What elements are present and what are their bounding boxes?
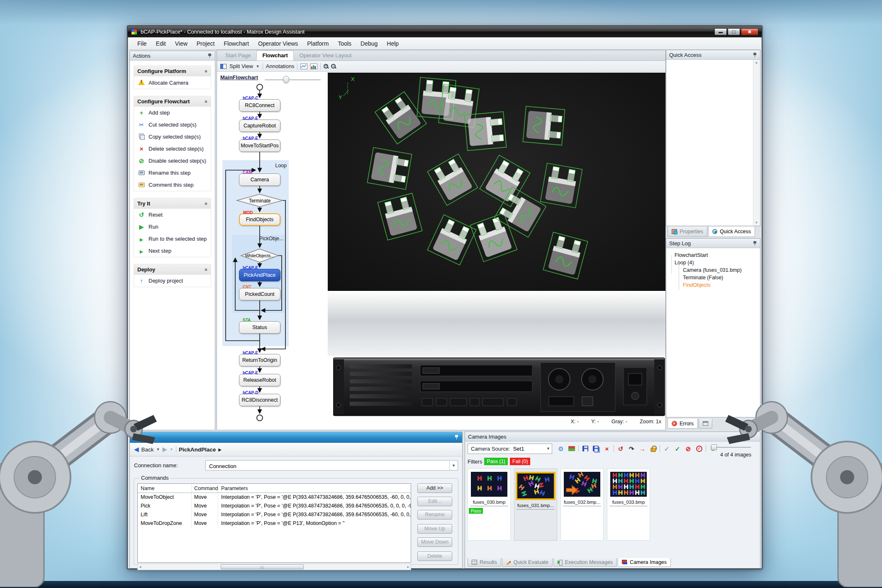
chevron-right-icon[interactable]: ▶ — [218, 447, 222, 452]
tab-quick-evaluate[interactable]: Quick Evaluate — [502, 558, 553, 567]
quick-access-list[interactable]: ▲▼ — [667, 60, 760, 225]
step-log-item[interactable]: FlowchartStart — [668, 251, 758, 259]
thumbnail-fuses_031-bmp---[interactable]: fuses_031.bmp... — [514, 468, 557, 541]
step-log-item[interactable]: Terminate (False) — [668, 274, 758, 281]
save-icon[interactable] — [581, 444, 590, 453]
histogram-icon[interactable] — [310, 63, 317, 69]
flowchart-node-status[interactable]: STAStatus — [239, 321, 280, 334]
flowchart-node-camera[interactable]: CAMCamera — [239, 173, 280, 186]
tab-execution-messages[interactable]: Execution Messages — [553, 558, 617, 567]
action-item-reset[interactable]: ↺Reset — [134, 209, 211, 221]
line-chart-icon[interactable] — [300, 63, 307, 69]
maximize-button[interactable]: ▢ — [728, 28, 740, 35]
flowchart-node-returntoorigin[interactable]: bCAP-EReturnToOrigin — [239, 354, 280, 366]
lock-icon[interactable] — [649, 444, 657, 453]
menu-item-flowchart[interactable]: Flowchart — [219, 38, 253, 49]
tab-properties[interactable]: Properties — [668, 227, 707, 237]
tab-icon[interactable] — [699, 419, 712, 429]
close-button[interactable]: ✖ — [741, 28, 758, 35]
accept-check-icon[interactable]: ✓ — [663, 444, 671, 453]
menu-item-file[interactable]: File — [133, 38, 151, 49]
thumbnail-fuses_030-bmp[interactable]: fuses_030.bmpPass — [468, 468, 511, 541]
flowchart-node-movetostartpos[interactable]: bCAP-EMoveToStartPos — [239, 139, 280, 152]
step-log-item[interactable]: Camera (fuses_031.bmp) — [668, 266, 758, 274]
pin-icon[interactable] — [753, 241, 757, 246]
chevron-down-icon[interactable]: ▼ — [546, 446, 550, 451]
tab-errors[interactable]: ×Errors — [668, 419, 698, 429]
action-item-disable-selected-step-s-[interactable]: ⊘Disable selected step(s) — [134, 155, 211, 167]
action-item-rename-this-step[interactable]: Rename this step — [134, 167, 211, 179]
action-item-run-to-the-selected-step[interactable]: ▶Run to the selected step — [134, 233, 211, 245]
collapse-chevron-icon[interactable]: » — [203, 100, 209, 103]
menu-item-help[interactable]: Help — [382, 38, 403, 49]
flowchart-canvas[interactable]: MainFlowchart Loop PickObje... — [217, 72, 665, 430]
menu-item-debug[interactable]: Debug — [356, 38, 382, 49]
flowchart-node-rc8connect[interactable]: bCAP-CRC8Connect — [239, 99, 280, 112]
reject-icon[interactable]: ⊘ — [684, 444, 692, 453]
combo-arrow-icon[interactable]: ▼ — [449, 461, 458, 470]
action-item-next-step[interactable]: ▶Next step — [134, 245, 211, 257]
breadcrumb-current-step[interactable]: PickAndPlace — [179, 446, 216, 453]
table-row[interactable]: PickMoveInterpolation = 'P', Pose = '@E … — [138, 502, 411, 510]
action-item-deploy-project[interactable]: ↑Deploy project — [134, 275, 211, 287]
action-item-delete-selected-step-s-[interactable]: ×Delete selected step(s) — [134, 143, 211, 155]
collapse-chevron-icon[interactable]: » — [203, 70, 209, 73]
step-log-tree[interactable]: FlowchartStartLoop (4)Camera (fuses_031.… — [666, 248, 760, 292]
split-view-button[interactable]: Split View — [229, 63, 253, 69]
actions-section-header[interactable]: Configure Flowchart» — [134, 96, 211, 107]
tab-flowchart[interactable]: Flowchart — [256, 50, 293, 61]
tab-quick-access[interactable]: Quick Access — [708, 227, 755, 237]
reject-all-icon[interactable]: ✓ — [695, 444, 703, 453]
commands-table[interactable]: NameCommandParametersMoveToObjectMoveInt… — [137, 483, 411, 563]
color-bands-icon[interactable] — [568, 444, 576, 453]
actions-section-header[interactable]: Configure Platform» — [134, 66, 211, 76]
menu-item-view[interactable]: View — [171, 38, 192, 49]
flowchart-node-findobjects[interactable]: MODFindObjects — [239, 213, 280, 226]
chevron-down-icon[interactable]: ▼ — [170, 447, 173, 451]
fail-filter-badge[interactable]: Fail (0) — [510, 458, 530, 465]
forward-icon[interactable]: ▶ — [162, 446, 167, 453]
table-row[interactable]: LiftMoveInterpolation = 'P', Pose = '@E … — [138, 510, 411, 519]
vertical-scrollbar[interactable]: ▲▼ — [753, 60, 760, 225]
menu-item-platform[interactable]: Platform — [302, 38, 333, 49]
pin-icon[interactable] — [454, 434, 459, 440]
action-item-run[interactable]: ▶Run — [134, 221, 211, 233]
tab-camera-images[interactable]: Camera Images — [618, 558, 671, 567]
pass-filter-badge[interactable]: Pass (1) — [484, 458, 508, 465]
chevron-down-icon[interactable]: ▼ — [256, 64, 260, 68]
flowchart-node-capturerobot[interactable]: bCAP-ECaptureRobot — [239, 120, 280, 132]
action-item-comment-this-step[interactable]: Comment this step — [134, 179, 211, 191]
flowchart-node-rc8disconnect[interactable]: bCAP-DRC8Disconnect — [239, 394, 280, 406]
flowchart-end-node[interactable] — [257, 415, 263, 421]
thumbnail-fuses_033-bmp[interactable]: fuses_033.bmp — [607, 468, 650, 541]
minimize-button[interactable]: ▬ — [714, 28, 727, 35]
flowchart-start-node[interactable] — [257, 84, 263, 90]
title-bar[interactable]: bCAP-PickPlace* - Connected to localhost… — [128, 26, 762, 37]
accept-all-check-icon[interactable]: ✓ — [673, 444, 682, 453]
action-item-cut-selected-step-s-[interactable]: ✂Cut selected step(s) — [134, 119, 211, 131]
actions-section-header[interactable]: Try It» — [134, 198, 211, 209]
flowchart-node-releaserobot[interactable]: bCAP-EReleaseRobot — [239, 374, 280, 386]
menu-item-operator-views[interactable]: Operator Views — [253, 38, 302, 49]
pin-icon[interactable] — [207, 53, 212, 59]
zoom-out-icon[interactable]: − — [331, 64, 336, 68]
tab-operator-view-layout[interactable]: Operator View Layout — [294, 50, 358, 61]
slider-thumb[interactable] — [711, 444, 717, 450]
connection-name-input[interactable] — [205, 460, 458, 471]
annotations-button[interactable]: Annotations — [266, 63, 295, 69]
collapse-chevron-icon[interactable]: » — [203, 202, 209, 205]
delete-x-icon[interactable]: × — [603, 444, 611, 453]
action-item-allocate-camera[interactable]: Allocate Camera — [134, 76, 211, 89]
pin-icon[interactable] — [753, 52, 757, 58]
redo-icon[interactable]: ↷ — [627, 444, 636, 453]
undo-icon[interactable]: ↺ — [616, 444, 625, 453]
table-row[interactable]: MoveToDropZoneMoveInterpolation = 'P', P… — [138, 519, 411, 528]
add-button[interactable]: Add >> — [417, 483, 452, 493]
save-all-icon[interactable] — [592, 444, 600, 453]
menu-item-edit[interactable]: Edit — [151, 38, 171, 49]
table-row[interactable]: MoveToObjectMoveInterpolation = 'P', Pos… — [138, 493, 411, 502]
camera-image-view[interactable]: X Y — [328, 73, 665, 291]
action-item-add-step[interactable]: +Add step — [134, 107, 211, 119]
settings-gear-icon[interactable]: ⚙ — [557, 444, 565, 453]
actions-section-header[interactable]: Deploy» — [134, 264, 211, 275]
